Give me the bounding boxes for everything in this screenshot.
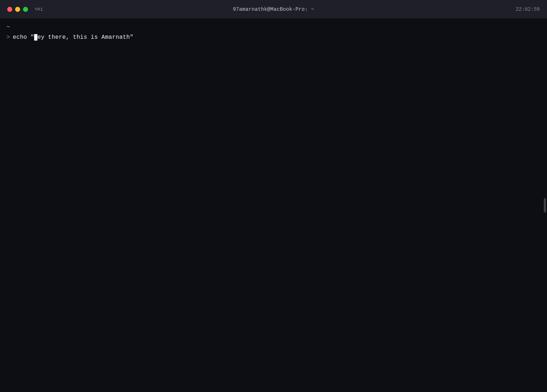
command-line: > echo "ey there, this is Amarnath" xyxy=(6,33,541,42)
terminal-body[interactable]: ~ > echo "ey there, this is Amarnath" xyxy=(0,19,547,392)
window-title: 97amarnathk@MacBook-Pro: ~ xyxy=(233,6,314,12)
shortcut-label: ⌥⌘1 xyxy=(35,6,43,12)
echo-command: echo " xyxy=(13,34,34,41)
titlebar: ⌥⌘1 97amarnathk@MacBook-Pro: ~ 22:02:59 xyxy=(0,0,547,19)
command-string: ey there, this is Amarnath" xyxy=(37,34,133,41)
maximize-button[interactable] xyxy=(23,7,28,12)
prompt-arrow: > xyxy=(6,33,10,42)
cursor xyxy=(34,34,37,41)
command-text: echo "ey there, this is Amarnath" xyxy=(13,33,134,42)
tilde-line: ~ xyxy=(6,23,541,32)
scrollbar[interactable] xyxy=(544,198,546,213)
tilde-symbol: ~ xyxy=(6,23,10,32)
window-controls: ⌥⌘1 xyxy=(7,6,43,12)
close-button[interactable] xyxy=(7,7,12,12)
minimize-button[interactable] xyxy=(15,7,20,12)
clock: 22:02:59 xyxy=(516,6,540,12)
